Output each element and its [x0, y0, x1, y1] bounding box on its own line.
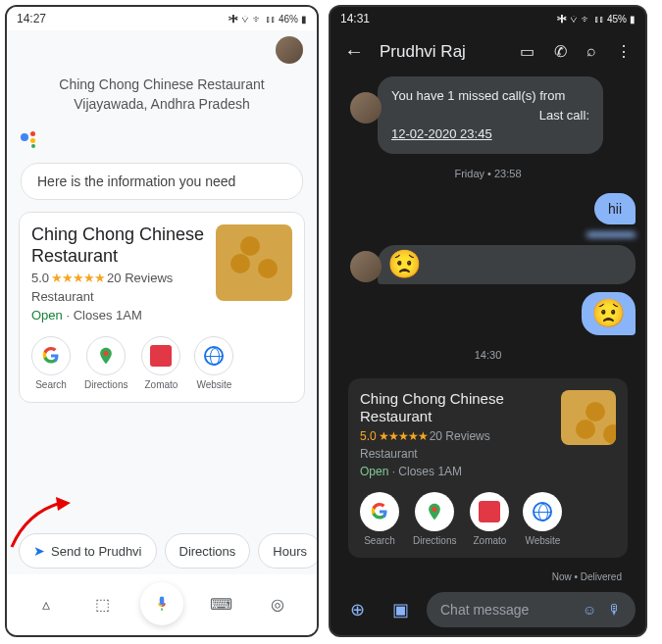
assistant-dock: ▵ ⬚ ⌨ ◎ [7, 574, 317, 635]
google-icon [31, 336, 71, 375]
maps-icon [415, 492, 454, 531]
status-icons: ✱ ⩒ ᯤ ⫾⫾ 46% ▮ [229, 14, 307, 25]
status-icons: ✱ ⩒ ᯤ ⫾⫾ 45% ▮ [557, 14, 636, 25]
action-row: Search Directions Zomato Website [31, 336, 292, 390]
emoji-icon[interactable]: ☺ [583, 602, 596, 618]
suggestion-chips: ➤Send to Prudhvi Directions Hours [7, 527, 317, 574]
missed-call-bubble[interactable]: You have 1 missed call(s) from Last call… [378, 76, 603, 154]
delivery-status: Now • Delivered [340, 570, 636, 584]
more-icon[interactable]: ⋮ [616, 42, 632, 61]
add-button[interactable]: ⊕ [340, 593, 374, 626]
video-call-icon[interactable]: ▭ [520, 42, 535, 61]
message-out-emoji[interactable]: 😟 [582, 292, 636, 335]
shared-place-card[interactable]: Ching Chong Chinese Restaurant 5.0 ★★★★★… [348, 378, 628, 558]
action-directions[interactable]: Directions [413, 492, 456, 546]
globe-icon [523, 492, 562, 531]
search-icon[interactable]: ⌕ [586, 42, 596, 61]
mic-icon[interactable]: 🎙 [608, 602, 622, 618]
place-category: Restaurant [360, 447, 551, 461]
svg-point-2 [433, 507, 437, 512]
action-directions[interactable]: Directions [84, 336, 127, 390]
google-icon [360, 492, 399, 531]
svg-point-0 [104, 351, 109, 356]
zomato-icon [470, 492, 509, 531]
chat-title[interactable]: Prudhvi Raj [380, 42, 504, 62]
action-zomato[interactable]: Zomato [141, 336, 180, 390]
mic-button[interactable] [140, 582, 183, 625]
contact-avatar[interactable] [350, 251, 382, 282]
rating-row: 5.0 ★★★★★ 20 Reviews [360, 429, 551, 443]
action-zomato[interactable]: Zomato [470, 492, 509, 546]
place-card[interactable]: Ching Chong Chinese Restaurant 5.0 ★★★★★… [19, 212, 305, 403]
globe-icon [194, 336, 233, 375]
phone-messages: 14:31 ✱ ⩒ ᯤ ⫾⫾ 45% ▮ ← Prudhvi Raj ▭ ✆ ⌕… [329, 5, 647, 637]
keyboard-icon[interactable]: ⌨ [204, 586, 239, 621]
action-search[interactable]: Search [360, 492, 399, 546]
phone-assistant: 14:27 ✱ ⩒ ᯤ ⫾⫾ 46% ▮ Ching Chong Chinese… [5, 5, 319, 637]
explore-icon[interactable]: ◎ [260, 586, 295, 621]
chip-send[interactable]: ➤Send to Prudhvi [19, 533, 157, 569]
compose-input[interactable]: Chat message ☺ 🎙 [427, 592, 636, 627]
lens-icon[interactable]: ⬚ [84, 586, 120, 621]
place-photo[interactable] [216, 224, 292, 301]
compose-bar: ⊕ ▣ Chat message ☺ 🎙 [331, 584, 645, 635]
location-text: Ching Chong Chinese Restaurant Vijayawad… [7, 70, 317, 124]
call-icon[interactable]: ✆ [554, 42, 567, 61]
updates-icon[interactable]: ▵ [28, 586, 64, 621]
place-hours: Open · Closes 1AM [31, 308, 206, 322]
place-title: Ching Chong Chinese Restaurant [31, 224, 206, 267]
assistant-row [7, 124, 317, 157]
chip-directions[interactable]: Directions [165, 533, 251, 569]
status-time: 14:27 [17, 12, 46, 25]
action-search[interactable]: Search [31, 336, 71, 390]
emoji-worried: 😟 [591, 298, 626, 328]
assistant-logo-icon [21, 131, 38, 149]
status-bar: 14:31 ✱ ⩒ ᯤ ⫾⫾ 45% ▮ [331, 7, 645, 30]
maps-icon [86, 336, 126, 375]
status-bar: 14:27 ✱ ⩒ ᯤ ⫾⫾ 46% ▮ [7, 7, 317, 30]
assistant-header [7, 30, 317, 70]
emoji-worried: 😟 [387, 249, 422, 279]
back-button[interactable]: ← [344, 40, 364, 63]
action-website[interactable]: Website [523, 492, 562, 546]
message-out[interactable]: hii [594, 193, 636, 224]
gallery-button[interactable]: ▣ [383, 593, 417, 626]
rating-row: 5.0 ★★★★★ 20 Reviews [31, 271, 206, 285]
contact-avatar[interactable] [350, 92, 382, 124]
avatar[interactable] [276, 36, 303, 64]
chat-header: ← Prudhvi Raj ▭ ✆ ⌕ ⋮ [331, 30, 645, 73]
place-photo[interactable] [561, 390, 616, 445]
action-website[interactable]: Website [194, 336, 233, 390]
time-label: 14:30 [340, 349, 636, 361]
date-separator: Friday • 23:58 [340, 168, 636, 179]
assistant-response: Here is the information you need [21, 163, 303, 200]
zomato-icon [141, 336, 180, 375]
place-hours: Open · Closes 1AM [360, 465, 551, 478]
message-in[interactable]: 😟 [378, 245, 636, 284]
place-title: Ching Chong Chinese Restaurant [360, 390, 551, 425]
chat-body[interactable]: You have 1 missed call(s) from Last call… [331, 73, 645, 584]
message-out-blurred[interactable] [586, 232, 636, 238]
status-time: 14:31 [340, 12, 370, 25]
chip-hours[interactable]: Hours [258, 533, 319, 569]
place-category: Restaurant [31, 289, 206, 304]
send-icon: ➤ [33, 543, 45, 559]
